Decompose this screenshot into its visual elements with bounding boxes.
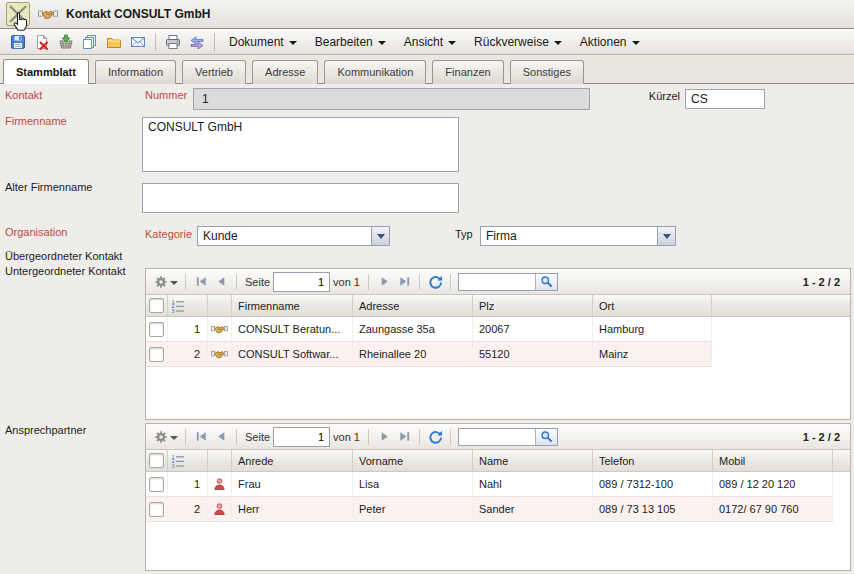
column-header-adresse[interactable]: Adresse xyxy=(353,295,473,316)
menu-dokument[interactable]: Dokument xyxy=(220,31,306,53)
table-row[interactable]: 2 CONSULT Softwar... Rheinallee 20 55120… xyxy=(146,342,712,367)
cell-adresse: Zaungasse 35a xyxy=(353,317,473,341)
page-number-input[interactable] xyxy=(273,427,330,447)
row-checkbox[interactable] xyxy=(149,347,164,362)
menu-rueckverweise[interactable]: Rückverweise xyxy=(465,31,571,53)
row-number: 1 xyxy=(168,317,208,341)
person-icon xyxy=(211,502,228,516)
row-checkbox[interactable] xyxy=(149,502,164,517)
basket-import-icon xyxy=(58,34,74,50)
cell-mobil: 0172/ 67 90 760 xyxy=(713,497,833,521)
row-number: 2 xyxy=(168,497,208,521)
page-of-label: von 1 xyxy=(333,276,360,288)
table-row[interactable]: 1 CONSULT Beratun... Zaungasse 35a 20067… xyxy=(146,317,712,342)
print-button[interactable] xyxy=(162,31,184,53)
row-checkbox[interactable] xyxy=(149,322,164,337)
select-all-checkbox-header[interactable] xyxy=(146,295,168,316)
copy-button[interactable] xyxy=(79,31,101,53)
tab-kommunikation[interactable]: Kommunikation xyxy=(324,60,426,84)
combo-trigger[interactable] xyxy=(657,227,675,245)
email-button[interactable] xyxy=(127,31,149,53)
menu-aktionen[interactable]: Aktionen xyxy=(571,31,649,53)
kategorie-select[interactable]: Kunde xyxy=(197,226,390,246)
section-label-kontakt: Kontakt xyxy=(5,89,42,101)
row-checkbox[interactable] xyxy=(149,477,164,492)
search-button[interactable] xyxy=(535,429,557,445)
column-header-plz[interactable]: Plz xyxy=(473,295,593,316)
firmenname-field[interactable]: CONSULT GmbH xyxy=(142,117,459,172)
cell-firmenname: CONSULT Beratun... xyxy=(232,317,353,341)
grid-search-input[interactable] xyxy=(459,430,535,444)
first-page-button[interactable] xyxy=(191,427,211,447)
gear-menu-button[interactable] xyxy=(152,427,180,447)
tab-adresse[interactable]: Adresse xyxy=(252,60,318,84)
first-page-button[interactable] xyxy=(191,272,211,292)
chevron-down-icon xyxy=(170,281,178,285)
column-header-mobil[interactable]: Mobil xyxy=(713,450,833,471)
save-button[interactable] xyxy=(7,31,29,53)
folder-icon xyxy=(106,34,122,50)
tab-stammblatt[interactable]: Stammblatt xyxy=(3,59,89,84)
select-all-checkbox-header[interactable] xyxy=(146,450,168,471)
column-header-name[interactable]: Name xyxy=(473,450,593,471)
cell-anrede: Frau xyxy=(232,472,353,496)
last-page-button[interactable] xyxy=(394,272,414,292)
table-row[interactable]: 1 Frau Lisa Nahl 089 / 7312-100 089 / 12… xyxy=(146,472,833,497)
next-page-icon xyxy=(377,274,392,289)
grid-search-input[interactable] xyxy=(459,275,535,289)
last-page-button[interactable] xyxy=(394,427,414,447)
search-button[interactable] xyxy=(535,274,557,290)
tab-information[interactable]: Information xyxy=(95,60,176,84)
icon-column-header[interactable] xyxy=(208,450,232,471)
delete-document-icon xyxy=(34,34,50,50)
search-icon xyxy=(540,430,553,443)
first-page-icon xyxy=(194,429,209,444)
column-header-filler xyxy=(833,450,850,471)
column-header-telefon[interactable]: Telefon xyxy=(593,450,713,471)
kuerzel-field[interactable] xyxy=(685,89,765,109)
cell-name: Sander xyxy=(473,497,593,521)
alter-firmenname-field[interactable] xyxy=(142,183,459,213)
close-button[interactable] xyxy=(6,2,30,26)
column-header-vorname[interactable]: Vorname xyxy=(353,450,473,471)
combo-trigger[interactable] xyxy=(371,227,389,245)
column-header-firmenname[interactable]: Firmenname xyxy=(232,295,353,316)
tab-finanzen[interactable]: Finanzen xyxy=(432,60,503,84)
nummer-field xyxy=(193,88,590,110)
tab-vertrieb[interactable]: Vertrieb xyxy=(182,60,246,84)
refresh-button[interactable] xyxy=(425,272,445,292)
row-number-column-header[interactable] xyxy=(168,295,208,316)
typ-select[interactable]: Firma xyxy=(480,226,676,246)
column-header-filler xyxy=(712,295,850,316)
prev-page-button[interactable] xyxy=(211,272,231,292)
partners-grid-body: 1 Frau Lisa Nahl 089 / 7312-100 089 / 12… xyxy=(146,472,850,522)
cell-name: Nahl xyxy=(473,472,593,496)
field-label-nummer: Nummer xyxy=(145,89,187,101)
folder-button[interactable] xyxy=(103,31,125,53)
next-page-button[interactable] xyxy=(374,427,394,447)
checkbox[interactable] xyxy=(149,298,164,313)
next-page-button[interactable] xyxy=(374,272,394,292)
tab-sonstiges[interactable]: Sonstiges xyxy=(510,60,584,84)
cell-adresse: Rheinallee 20 xyxy=(353,342,473,366)
chevron-down-icon xyxy=(663,234,671,239)
checkbox[interactable] xyxy=(149,453,164,468)
page-number-input[interactable] xyxy=(273,272,330,292)
table-row[interactable]: 2 Herr Peter Sander 089 / 73 13 105 0172… xyxy=(146,497,833,522)
icon-column-header[interactable] xyxy=(208,295,232,316)
menu-ansicht[interactable]: Ansicht xyxy=(395,31,465,53)
prev-page-button[interactable] xyxy=(211,427,231,447)
delete-button[interactable] xyxy=(31,31,53,53)
transfer-button[interactable] xyxy=(186,31,208,53)
refresh-icon xyxy=(428,274,443,289)
refresh-button[interactable] xyxy=(425,427,445,447)
menu-bearbeiten[interactable]: Bearbeiten xyxy=(306,31,395,53)
row-number-column-header[interactable] xyxy=(168,450,208,471)
cell-vorname: Peter xyxy=(353,497,473,521)
chevron-down-icon xyxy=(170,436,178,440)
column-header-ort[interactable]: Ort xyxy=(593,295,712,316)
gear-menu-button[interactable] xyxy=(152,272,180,292)
column-header-anrede[interactable]: Anrede xyxy=(232,450,353,471)
grid-search-box xyxy=(458,273,558,291)
import-button[interactable] xyxy=(55,31,77,53)
